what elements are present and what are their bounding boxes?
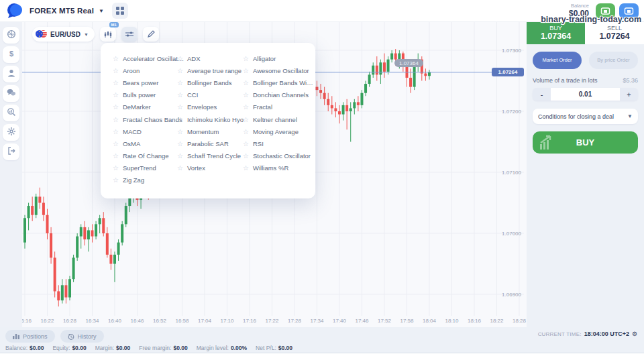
- favorite-star-icon[interactable]: ☆: [113, 116, 119, 123]
- favorite-star-icon[interactable]: ☆: [177, 128, 183, 135]
- favorite-star-icon[interactable]: ☆: [177, 55, 183, 62]
- tab-history[interactable]: History: [60, 330, 104, 343]
- drawing-tools-button[interactable]: [143, 27, 159, 42]
- account-caret-icon[interactable]: ▼: [99, 8, 104, 14]
- favorite-star-icon[interactable]: ☆: [177, 140, 183, 147]
- favorite-star-icon[interactable]: ☆: [243, 128, 249, 135]
- favorite-star-icon[interactable]: ☆: [113, 103, 119, 111]
- indicator-item[interactable]: ☆Fractal Chaos Bands: [113, 113, 184, 125]
- account-selector-title[interactable]: FOREX MT5 Real: [30, 7, 94, 15]
- indicator-item[interactable]: ☆Moving Average: [243, 125, 313, 137]
- tab-positions[interactable]: Positions: [5, 330, 55, 343]
- symbol-selector[interactable]: EUR/USD ▼: [32, 27, 95, 42]
- favorite-star-icon[interactable]: ☆: [243, 55, 249, 62]
- time-axis-label: 16:22: [40, 318, 54, 324]
- candle-body: [368, 74, 371, 84]
- favorite-star-icon[interactable]: ☆: [113, 176, 119, 184]
- indicator-label: Fractal: [253, 103, 272, 111]
- indicator-item[interactable]: ☆Awesome Oscillator: [243, 64, 313, 76]
- favorite-star-icon[interactable]: ☆: [113, 140, 119, 147]
- sell-price-button[interactable]: SELL 1.07264: [585, 22, 644, 44]
- volume-increase-button[interactable]: +: [620, 88, 638, 101]
- indicator-item[interactable]: ☆Schaff Trend Cycle: [177, 150, 244, 162]
- sidebar-button-profile[interactable]: [3, 66, 19, 82]
- candle-body: [338, 111, 341, 115]
- indicator-item[interactable]: ☆RSI: [243, 137, 313, 150]
- favorite-star-icon[interactable]: ☆: [113, 79, 119, 86]
- favorite-star-icon[interactable]: ☆: [113, 55, 119, 62]
- indicator-item[interactable]: ☆Parabolic SAR: [177, 137, 244, 150]
- current-time-value: 18:04:00 UTC+2: [584, 331, 629, 337]
- sidebar-button-finance[interactable]: $: [3, 46, 19, 63]
- favorite-star-icon[interactable]: ☆: [243, 79, 249, 86]
- indicator-item[interactable]: ☆Envelopes: [177, 101, 244, 113]
- indicator-label: Ichimoku Kinko Hyo: [187, 116, 244, 123]
- indicator-item[interactable]: ☆Accelerator Oscillat…: [113, 52, 184, 64]
- sidebar-button-settings[interactable]: [3, 124, 19, 141]
- volume-decrease-button[interactable]: -: [533, 88, 551, 101]
- indicator-item[interactable]: ☆Bulls power: [113, 89, 184, 101]
- apps-grid-button[interactable]: [112, 3, 128, 19]
- indicator-item[interactable]: ☆MACD: [113, 125, 184, 137]
- indicator-item[interactable]: ☆Williams %R: [243, 162, 313, 174]
- favorite-star-icon[interactable]: ☆: [177, 79, 183, 86]
- favorite-star-icon[interactable]: ☆: [243, 67, 249, 74]
- buy-submit-button[interactable]: BUY: [533, 131, 638, 154]
- indicator-item[interactable]: ☆Vortex: [177, 162, 244, 174]
- candle-body: [95, 224, 97, 236]
- favorite-star-icon[interactable]: ☆: [177, 164, 183, 172]
- volume-input[interactable]: 0.01: [551, 88, 620, 101]
- market-order-tab[interactable]: Market Order: [533, 52, 582, 69]
- candle-body: [364, 84, 367, 93]
- favorite-star-icon[interactable]: ☆: [243, 103, 249, 111]
- favorite-star-icon[interactable]: ☆: [113, 128, 119, 135]
- indicator-item[interactable]: ☆Bollinger Bands: [177, 76, 244, 88]
- indicator-item[interactable]: ☆ADX: [177, 52, 244, 64]
- indicator-item[interactable]: ☆Zig Zag: [113, 174, 184, 186]
- sidebar-button-logout[interactable]: [3, 143, 19, 160]
- indicator-item[interactable]: ☆Momentum: [177, 125, 244, 137]
- analysis-icon: [7, 107, 16, 119]
- indicator-item[interactable]: ☆Bears power: [113, 76, 184, 88]
- favorite-star-icon[interactable]: ☆: [113, 164, 119, 172]
- indicator-item[interactable]: ☆Ichimoku Kinko Hyo: [177, 113, 244, 125]
- indicator-item[interactable]: ☆Alligator: [243, 52, 313, 64]
- timeframe-badge: M1: [109, 22, 119, 27]
- time-settings-gear-icon[interactable]: ⚙: [632, 331, 637, 337]
- sidebar-button-chat[interactable]: [3, 85, 19, 102]
- by-price-order-tab[interactable]: By price Order: [589, 52, 638, 69]
- favorite-star-icon[interactable]: ☆: [243, 91, 249, 99]
- indicator-item[interactable]: ☆Average true range: [177, 64, 244, 76]
- indicator-item[interactable]: ☆Keltner channel: [243, 113, 313, 125]
- favorite-star-icon[interactable]: ☆: [177, 116, 183, 123]
- buy-price-button[interactable]: BUY 1.07364: [527, 22, 585, 44]
- favorite-star-icon[interactable]: ☆: [243, 140, 249, 147]
- favorite-star-icon[interactable]: ☆: [177, 91, 183, 99]
- favorite-star-icon[interactable]: ☆: [177, 103, 183, 111]
- closing-conditions-select[interactable]: Conditions for closing a deal ▼: [533, 109, 638, 124]
- indicator-item[interactable]: ☆OsMA: [113, 137, 184, 150]
- indicator-label: Schaff Trend Cycle: [187, 152, 241, 160]
- indicator-item[interactable]: ☆Bollinger Bands Wi…: [243, 76, 313, 88]
- indicator-item[interactable]: ☆CCI: [177, 89, 244, 101]
- indicator-item[interactable]: ☆Fractal: [243, 101, 313, 113]
- indicator-item[interactable]: ☆Donchian Channels: [243, 89, 313, 101]
- sidebar-button-promotions[interactable]: [3, 27, 19, 44]
- favorite-star-icon[interactable]: ☆: [243, 152, 249, 160]
- indicator-item[interactable]: ☆SuperTrend: [113, 162, 184, 174]
- favorite-star-icon[interactable]: ☆: [113, 152, 119, 160]
- favorite-star-icon[interactable]: ☆: [113, 91, 119, 99]
- favorite-star-icon[interactable]: ☆: [177, 152, 183, 160]
- sidebar-button-analysis[interactable]: [3, 105, 19, 121]
- indicator-item[interactable]: ☆Stochastic Oscillator: [243, 150, 313, 162]
- indicator-item[interactable]: ☆Rate Of Change: [113, 150, 184, 162]
- indicator-item[interactable]: ☆Aroon: [113, 64, 184, 76]
- favorite-star-icon[interactable]: ☆: [113, 67, 119, 74]
- favorite-star-icon[interactable]: ☆: [243, 116, 249, 123]
- favorite-star-icon[interactable]: ☆: [177, 67, 183, 74]
- chart-type-button[interactable]: M1: [100, 27, 116, 42]
- candle-body: [42, 203, 45, 215]
- favorite-star-icon[interactable]: ☆: [243, 164, 249, 172]
- indicators-button[interactable]: [121, 27, 138, 42]
- indicator-item[interactable]: ☆DeMarker: [113, 101, 184, 113]
